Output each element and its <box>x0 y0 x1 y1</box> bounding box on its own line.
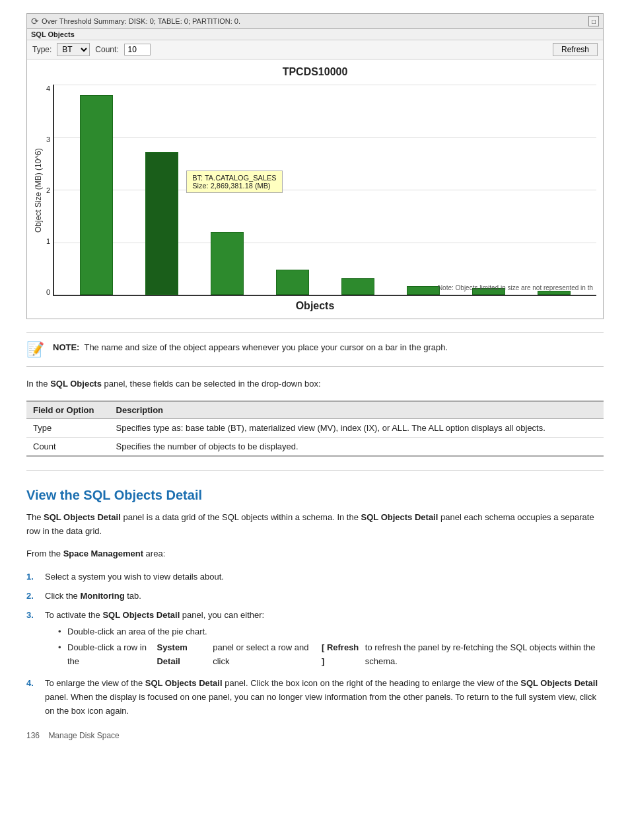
chart-header-left: ⟳ Over Threshold Summary: DISK: 0; TABLE… <box>31 16 240 26</box>
col1-header: Field or Option <box>26 401 110 419</box>
chart-title: TPCDS10000 <box>34 66 596 78</box>
refresh-button[interactable]: Refresh <box>553 43 598 56</box>
steps-list: 1. Select a system you wish to view deta… <box>26 570 604 718</box>
bar-wrapper-8 <box>526 85 583 295</box>
page: ⟳ Over Threshold Summary: DISK: 0; TABLE… <box>0 0 630 767</box>
col2-header: Description <box>110 401 604 419</box>
note-body: The name and size of the object appears … <box>84 342 448 352</box>
bar-wrapper-2 <box>133 85 190 295</box>
chart-toolbar: Type: BT MV IX ALL Count: Refresh <box>27 40 603 59</box>
threshold-label: Over Threshold Summary: DISK: 0; TABLE: … <box>42 17 240 25</box>
y-tick-0: 0 <box>46 288 50 296</box>
type-select[interactable]: BT MV IX ALL <box>57 43 90 56</box>
step-1-num: 1. <box>26 570 40 584</box>
chart-inner: Object Size (MB) (10^6) 4 3 2 1 0 <box>34 85 596 296</box>
tooltip-line1: BT: TA.CATALOG_SALES <box>192 174 277 182</box>
sql-detail-bold5: SQL Objects Detail <box>520 678 598 688</box>
step-3: 3. To activate the SQL Objects Detail pa… <box>26 609 604 671</box>
y-ticks: 4 3 2 1 0 <box>46 85 50 296</box>
step-4-num: 4. <box>26 677 40 718</box>
x-axis-label: Objects <box>34 300 596 312</box>
sql-detail-bold4: SQL Objects Detail <box>145 678 223 688</box>
note-text: NOTE: The name and size of the object ap… <box>53 341 448 354</box>
note-icon: 📝 <box>26 341 46 358</box>
bar-3[interactable] <box>211 232 244 295</box>
y-tick-4: 4 <box>46 85 50 93</box>
y-tick-3: 3 <box>46 135 50 143</box>
table-row: Count Specifies the number of objects to… <box>26 437 604 456</box>
bar-wrapper-7 <box>460 85 518 295</box>
sql-objects-detail-bold3: SQL Objects Detail <box>102 610 180 620</box>
bar-wrapper-6 <box>395 85 452 295</box>
bullet-2: Double-click a row in the System Detail … <box>58 641 604 669</box>
separator <box>26 470 604 471</box>
panel-label: SQL Objects <box>27 29 603 40</box>
tooltip-line2: Size: 2,869,381.18 (MB) <box>192 182 277 190</box>
refresh-icon: ⟳ <box>31 16 39 26</box>
y-tick-1: 1 <box>46 237 50 245</box>
type-label: Type: <box>32 45 52 54</box>
sql-objects-bold: SQL Objects <box>50 379 102 389</box>
body-intro: In the SQL Objects panel, these fields c… <box>26 377 604 391</box>
section-heading: View the SQL Objects Detail <box>26 481 604 503</box>
step-4-text: To enlarge the view of the SQL Objects D… <box>45 677 604 718</box>
step-3-bullets: Double-click an area of the pie chart. D… <box>45 625 604 669</box>
sql-objects-detail-bold2: SQL Objects Detail <box>361 512 438 522</box>
chart-header: ⟳ Over Threshold Summary: DISK: 0; TABLE… <box>27 14 603 29</box>
bar-6[interactable] <box>407 286 440 295</box>
desc-count: Specifies the number of objects to be di… <box>110 437 604 456</box>
bar-2[interactable] <box>145 152 178 295</box>
space-management-bold: Space Management <box>63 549 143 558</box>
step-4: 4. To enlarge the view of the SQL Object… <box>26 677 604 718</box>
step-3-num: 3. <box>26 609 40 671</box>
step-2-num: 2. <box>26 590 40 603</box>
fields-table: Field or Option Description Type Specifi… <box>26 401 604 457</box>
bar-wrapper-1 <box>67 85 125 295</box>
monitoring-bold: Monitoring <box>80 591 124 601</box>
count-input[interactable] <box>124 44 151 56</box>
chart-panel: ⟳ Over Threshold Summary: DISK: 0; TABLE… <box>26 13 604 319</box>
step-1-text: Select a system you wish to view details… <box>45 570 604 584</box>
field-type: Type <box>26 418 110 437</box>
bullet-1: Double-click an area of the pie chart. <box>58 625 604 639</box>
chart-tooltip: BT: TA.CATALOG_SALES Size: 2,869,381.18 … <box>186 171 283 193</box>
chart-plot-area: BT: TA.CATALOG_SALES Size: 2,869,381.18 … <box>53 85 596 296</box>
sql-objects-detail-bold1: SQL Objects Detail <box>44 512 121 522</box>
page-label: Manage Disk Space <box>48 731 119 740</box>
note-section: 📝 NOTE: The name and size of the object … <box>26 332 604 367</box>
expand-button[interactable]: □ <box>588 16 599 26</box>
bar-1[interactable] <box>80 95 113 295</box>
desc-type: Specifies type as: base table (BT), mate… <box>110 418 604 437</box>
page-footer: 136 Manage Disk Space <box>26 731 604 740</box>
chart-note: Note: Objects limited in size are not re… <box>438 284 593 291</box>
table-header-row: Field or Option Description <box>26 401 604 419</box>
step-2-text: Click the Monitoring tab. <box>45 590 604 603</box>
field-count: Count <box>26 437 110 456</box>
y-tick-2: 2 <box>46 186 50 194</box>
step-3-text: To activate the SQL Objects Detail panel… <box>45 609 604 671</box>
section-intro: The SQL Objects Detail panel is a data g… <box>26 511 604 539</box>
chart-area: TPCDS10000 Object Size (MB) (10^6) 4 3 2… <box>27 59 603 319</box>
system-detail-bold: System Detail <box>157 641 207 669</box>
count-label: Count: <box>95 45 118 54</box>
bars-container <box>54 85 596 295</box>
page-number: 136 <box>26 731 40 740</box>
table-row: Type Specifies type as: base table (BT),… <box>26 418 604 437</box>
step-2: 2. Click the Monitoring tab. <box>26 590 604 603</box>
bar-5[interactable] <box>341 278 374 295</box>
note-label: NOTE: <box>53 342 79 352</box>
bar-4[interactable] <box>276 270 309 295</box>
refresh-bracket-bold: [ Refresh ] <box>322 641 360 669</box>
bar-wrapper-5 <box>330 85 387 295</box>
from-text: From the Space Management area: <box>26 547 604 561</box>
step-1: 1. Select a system you wish to view deta… <box>26 570 604 584</box>
y-axis-label: Object Size (MB) (10^6) <box>34 85 43 296</box>
